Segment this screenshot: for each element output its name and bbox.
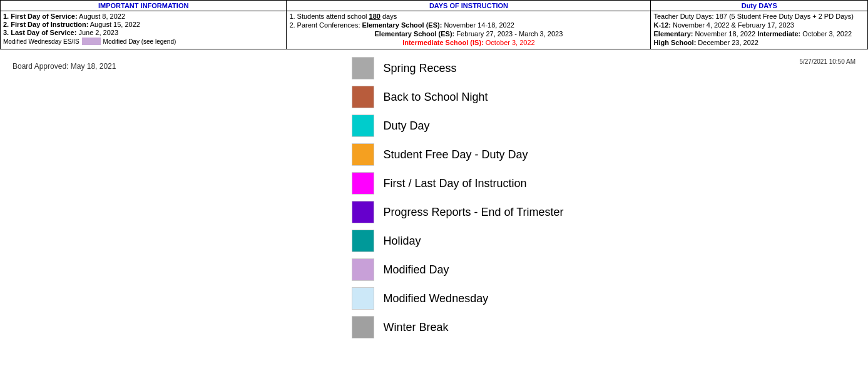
legend-label: Back to School Night (383, 91, 488, 104)
legend-item: First / Last Day of Instruction (352, 172, 563, 195)
legend-label: Modified Wednesday (383, 292, 488, 305)
es-dates: Elementary School (ES): February 27, 202… (289, 30, 648, 38)
legend-label: Progress Reports - End of Trimester (383, 206, 563, 219)
high-school-dates: High School: December 23, 2022 (653, 39, 865, 46)
legend-color-box (352, 201, 374, 223)
legend-color-box (352, 316, 374, 338)
last-day-service: 3. Last Day of Service: June 2, 2023 (3, 29, 283, 36)
legend-color-box (352, 86, 374, 108)
k12-dates: K-12: November 4, 2022 & February 17, 20… (653, 21, 865, 29)
legend-label: Modified Day (383, 263, 449, 277)
teacher-duty-days: Teacher Duty Days: 187 (5 Student Free D… (653, 13, 865, 20)
legend-label: Spring Recess (383, 62, 456, 75)
modified-row: Modified Wednesday ES/IS Modified Day (s… (3, 38, 283, 45)
legend-item: Duty Day (352, 114, 563, 137)
legend-color-box (352, 143, 374, 166)
legend-item: Winter Break (352, 316, 563, 338)
modified-wednesday-color-box (82, 38, 101, 45)
legend-color-box (352, 230, 374, 252)
first-day-instruction: 2. First Day of Instruction: August 15, … (3, 21, 283, 28)
board-approved: Board Approved: May 18, 2021 (13, 57, 116, 71)
legend-color-box (352, 114, 374, 137)
legend-color-box (352, 57, 374, 79)
col-duty-header: Duty DAYS (651, 1, 868, 11)
legend-item: Progress Reports - End of Trimester (352, 201, 563, 223)
legend-color-box (352, 172, 374, 195)
is-dates: Intermediate School (IS): October 3, 202… (289, 39, 648, 46)
first-day-service: 1. First Day of Service: August 8, 2022 (3, 13, 283, 20)
legend-item: Back to School Night (352, 86, 563, 108)
parent-conferences: 2. Parent Conferences: Elementary School… (289, 21, 648, 29)
legend-item: Modified Wednesday (352, 287, 563, 310)
legend-label: Student Free Day - Duty Day (383, 148, 528, 161)
legend-item: Student Free Day - Duty Day (352, 143, 563, 166)
legend-label: Duty Day (383, 119, 429, 133)
days-info-cell: 1. Students attend school 180 days 2. Pa… (287, 11, 651, 49)
legend-color-box (352, 258, 374, 281)
bottom-section: Board Approved: May 18, 2021 Spring Rece… (0, 49, 868, 346)
important-info-cell: 1. First Day of Service: August 8, 2022 … (1, 11, 287, 49)
elem-inter-dates: Elementary: November 18, 2022 Intermedia… (653, 30, 865, 38)
legend-item: Spring Recess (352, 57, 563, 79)
legend-item: Modified Day (352, 258, 563, 281)
board-approved-date: May 18, 2021 (71, 62, 116, 71)
students-attend: 1. Students attend school 180 days (289, 13, 648, 20)
legend-item: Holiday (352, 230, 563, 252)
board-approved-label: Board Approved: (13, 62, 68, 71)
duty-info-cell: Teacher Duty Days: 187 (5 Student Free D… (651, 11, 868, 49)
timestamp: 5/27/2021 10:50 AM (799, 57, 855, 66)
legend-label: Holiday (383, 235, 421, 248)
legend-label: Winter Break (383, 321, 448, 334)
col-important-header: IMPORTANT INFORMATION (1, 1, 287, 11)
legend-color-box (352, 287, 374, 310)
legend-label: First / Last Day of Instruction (383, 177, 526, 190)
legend: Spring RecessBack to School NightDuty Da… (352, 57, 563, 338)
col-days-header: DAYS OF INSTRUCTION (287, 1, 651, 11)
